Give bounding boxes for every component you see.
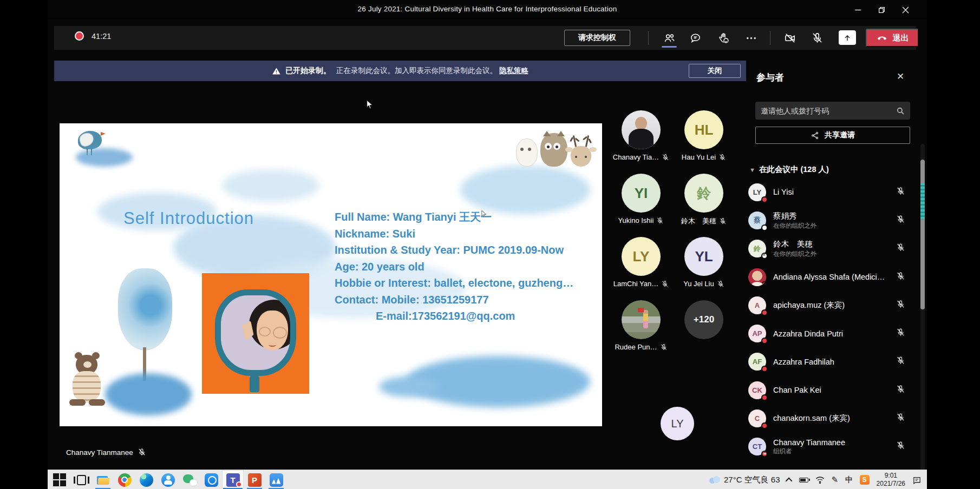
mic-off-icon	[896, 441, 905, 450]
clock[interactable]: 9:01 2021/7/26	[877, 472, 905, 488]
video-tile-name-row: Yu Jei Liu	[683, 280, 724, 288]
overflow-tile[interactable]: +120	[672, 300, 735, 364]
participant-avatar: LY	[748, 183, 766, 201]
explorer-taskbar-button[interactable]	[92, 470, 114, 489]
video-tile[interactable]: Chanavy Tia…	[610, 110, 672, 174]
notification-center-icon[interactable]	[912, 475, 922, 485]
taskbar-app-icons	[49, 470, 287, 489]
pen-input-icon[interactable]: ✎	[832, 475, 839, 485]
participants-button[interactable]	[662, 31, 676, 44]
video-tile[interactable]: YLYu Jei Liu	[672, 237, 735, 300]
search-icon[interactable]	[896, 106, 905, 116]
participant-row[interactable]: AFAzzahra Fadhilah	[748, 348, 912, 376]
participant-mic-button[interactable]	[896, 187, 905, 198]
participant-row[interactable]: APAzzahra Dinda Putri	[748, 319, 912, 347]
participant-row[interactable]: 蔡蔡娟秀在你的组织之外	[748, 206, 912, 234]
cloud-decoration	[105, 373, 192, 415]
video-tile[interactable]: HLHau Yu Lei	[672, 110, 735, 174]
weather-widget[interactable]: 27°C 空气良 63	[708, 475, 780, 485]
mic-toggle-button[interactable]	[810, 31, 824, 44]
share-invite-icon	[811, 131, 820, 140]
warning-icon	[272, 67, 281, 76]
video-tile[interactable]: 鈴鈴木 美穂	[672, 174, 735, 237]
scrollbar-thumb[interactable]	[920, 160, 925, 309]
tray-expand-icon[interactable]	[785, 477, 792, 484]
camera-toggle-button[interactable]	[783, 31, 797, 44]
participant-row[interactable]: Cchanakorn.sam (来宾)	[748, 404, 912, 432]
participant-mic-button[interactable]	[896, 328, 905, 339]
participant-mic-button[interactable]	[896, 441, 905, 452]
video-tile[interactable]: LYLamChi Yan…	[610, 237, 672, 300]
participant-mic-button[interactable]	[896, 272, 905, 283]
explorer-icon	[96, 473, 110, 487]
video-tile[interactable]: YIYukino Ishii	[610, 174, 672, 237]
reactions-button[interactable]	[716, 31, 730, 44]
selfie-photo	[202, 273, 309, 394]
participant-mic-button[interactable]	[896, 215, 905, 226]
video-tile-name-row: Rudee Pun…	[615, 343, 667, 351]
wechat-taskbar-button[interactable]	[179, 470, 200, 489]
screen: 26 July 2021: Cultural Diversity in Heal…	[48, 0, 927, 489]
floating-video-tile[interactable]: LY	[661, 407, 694, 440]
participant-mic-button[interactable]	[896, 413, 905, 424]
battery-icon[interactable]	[799, 478, 808, 483]
chevron-down-icon: ▼	[749, 167, 755, 173]
taskview-taskbar-button[interactable]	[70, 470, 92, 489]
request-control-button[interactable]: 请求控制权	[564, 30, 630, 46]
wifi-icon[interactable]	[815, 476, 825, 484]
teams-taskbar-button[interactable]	[222, 470, 244, 489]
avatar-initials: LY	[633, 248, 650, 265]
mic-off-icon	[896, 187, 905, 196]
participants-active-indicator	[662, 46, 677, 48]
participant-text: Azzahra Fadhilah	[773, 358, 896, 366]
video-tile-name: Yukino Ishii	[618, 216, 654, 224]
privacy-policy-link[interactable]: 隐私策略	[499, 66, 528, 76]
ime-language-indicator[interactable]: 中	[845, 475, 853, 485]
video-tile[interactable]: Rudee Pun…	[610, 300, 672, 364]
in-meeting-section-header[interactable]: ▼ 在此会议中 (128 人)	[749, 164, 829, 175]
presence-badge	[761, 281, 766, 286]
presence-badge	[761, 253, 768, 259]
sogou-input-icon[interactable]: S	[860, 475, 870, 485]
invite-search-input[interactable]	[755, 107, 896, 115]
video-tile-name-row: Yukino Ishii	[618, 216, 664, 224]
panel-close-button[interactable]: ✕	[893, 69, 907, 83]
participant-row[interactable]: CKChan Pak Kei	[748, 376, 912, 404]
participant-mic-button[interactable]	[896, 243, 905, 254]
participant-mic-button[interactable]	[896, 385, 905, 396]
ppt-taskbar-button[interactable]	[244, 470, 265, 489]
qqapp-taskbar-button[interactable]	[200, 470, 222, 489]
edge-taskbar-button[interactable]	[135, 470, 157, 489]
avatar-initials: +120	[694, 314, 714, 325]
qqbrowser-taskbar-button[interactable]	[157, 470, 179, 489]
share-invite-button[interactable]: 共享邀请	[755, 127, 910, 144]
chrome-taskbar-button[interactable]	[114, 470, 135, 489]
participant-row[interactable]: LYLi Yisi	[748, 178, 912, 206]
mic-off-icon	[896, 243, 905, 252]
mapp-taskbar-button[interactable]	[265, 470, 287, 489]
more-actions-button[interactable]	[744, 31, 758, 44]
close-button[interactable]	[893, 0, 917, 19]
participant-row[interactable]: 鈴鈴木 美穂在你的组织之外	[748, 235, 912, 263]
start-taskbar-button[interactable]	[49, 470, 70, 489]
chat-button[interactable]	[688, 31, 702, 44]
weather-cloud-icon	[708, 476, 720, 484]
participant-mic-button[interactable]	[896, 356, 905, 367]
participant-mic-button[interactable]	[896, 300, 905, 311]
restore-button[interactable]	[870, 0, 893, 19]
participant-row[interactable]: Aapichaya.muz (来宾)	[748, 291, 912, 319]
mic-off-icon	[718, 154, 726, 161]
share-screen-button[interactable]	[839, 30, 856, 45]
participant-row[interactable]: CTChanavy Tianmanee组织者	[748, 433, 912, 461]
share-invite-label: 共享邀请	[825, 130, 855, 140]
banner-close-button[interactable]: 关闭	[689, 64, 741, 78]
participant-row[interactable]: Andiana Alyssa Shafa (Medici…	[748, 263, 912, 291]
presenter-name: Chanavy Tianmanee	[66, 448, 133, 457]
video-avatar-photo	[622, 110, 661, 149]
leave-meeting-button[interactable]: 退出	[866, 29, 919, 47]
minimize-button[interactable]	[846, 0, 870, 19]
video-tile-name: 鈴木 美穂	[681, 216, 716, 226]
taskview-icon	[77, 475, 86, 485]
video-avatar: LY	[622, 237, 661, 276]
presence-badge	[761, 196, 768, 203]
